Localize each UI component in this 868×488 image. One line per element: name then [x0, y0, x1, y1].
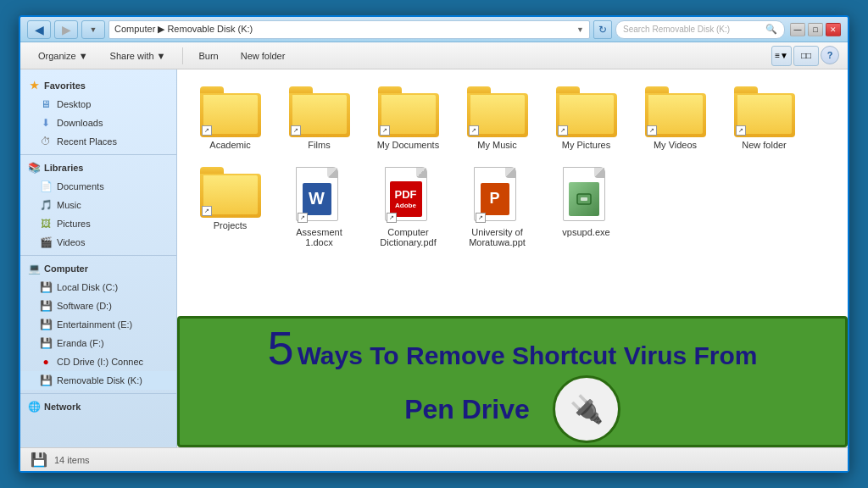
- minimize-button[interactable]: —: [790, 23, 805, 36]
- file-label: New folder: [742, 140, 787, 150]
- computer-section: 💻 Computer 💾 Local Disk (C:) 💾 Software …: [20, 259, 176, 390]
- file-label: My Music: [477, 140, 516, 150]
- sidebar-divider1: [20, 154, 176, 155]
- sidebar-item-pictures[interactable]: 🖼 Pictures: [20, 214, 176, 233]
- search-placeholder: Search Removable Disk (K:): [623, 25, 762, 34]
- sidebar-item-downloads[interactable]: ⬇ Downloads: [20, 114, 176, 132]
- sidebar-item-videos[interactable]: 🎬 Videos: [20, 233, 176, 252]
- file-label: Projects: [214, 220, 248, 230]
- file-item-projects[interactable]: ↗ Projects: [190, 163, 270, 252]
- banner-content: 5 Ways To Remove Shortcut Virus From Pen…: [197, 320, 828, 443]
- local-disk-icon: 💾: [39, 280, 53, 294]
- sidebar-item-documents[interactable]: 📄 Documents: [20, 177, 176, 196]
- sidebar-item-software[interactable]: 💾 Software (D:): [20, 297, 176, 315]
- sidebar-item-entertainment[interactable]: 💾 Entertainment (E:): [20, 315, 176, 334]
- sidebar-item-label: Local Disk (C:): [57, 282, 118, 292]
- folder-icon: ↗: [734, 86, 795, 137]
- file-item-newfolder[interactable]: ↗ New folder: [724, 82, 804, 154]
- sidebar-item-label: Desktop: [57, 99, 91, 109]
- file-item-myvideos[interactable]: ↗ My Videos: [635, 82, 715, 154]
- cd-drive-icon: ●: [39, 355, 53, 369]
- ppt-badge: P: [481, 183, 509, 215]
- file-item-ppt[interactable]: P ↗ University of Moratuwa.ppt: [457, 163, 537, 252]
- shortcut-arrow: ↗: [736, 125, 746, 136]
- sidebar-item-label: Removable Disk (K:): [57, 375, 142, 385]
- sidebar-item-cd-drive[interactable]: ● CD Drive (I:) Connec: [20, 352, 176, 371]
- view-list-button[interactable]: □□: [793, 46, 819, 66]
- shortcut-arrow: ↗: [202, 125, 212, 136]
- sidebar-item-removable[interactable]: 💾 Removable Disk (K:): [20, 371, 176, 390]
- banner-number: 5: [267, 320, 293, 375]
- pdf-badge: PDF Adobe: [390, 181, 422, 217]
- maximize-button[interactable]: □: [808, 23, 823, 36]
- sidebar-item-desktop[interactable]: 🖥 Desktop: [20, 95, 176, 114]
- favorites-star-icon: ★: [27, 79, 41, 92]
- shortcut-arrow: ↗: [469, 125, 479, 136]
- address-dropdown-icon[interactable]: ▼: [576, 25, 584, 34]
- up-button[interactable]: ▼: [81, 20, 105, 39]
- libraries-label: Libraries: [44, 163, 83, 173]
- file-item-mymusic[interactable]: ↗ My Music: [457, 82, 537, 154]
- banner-text-block: 5 Ways To Remove Shortcut Virus From Pen…: [267, 320, 757, 443]
- svg-rect-1: [581, 197, 587, 201]
- status-bar: 💾 14 items: [20, 447, 848, 471]
- status-disk-icon: 💾: [31, 452, 47, 468]
- file-item-mydocs[interactable]: ↗ My Documents: [368, 82, 448, 154]
- exe-file-icon: [563, 167, 610, 225]
- new-folder-button[interactable]: New folder: [231, 46, 295, 66]
- search-bar[interactable]: Search Removable Disk (K:) 🔍: [615, 20, 785, 39]
- usb-icon-circle: 🔌: [553, 375, 620, 443]
- overlay-banner: 5 Ways To Remove Shortcut Virus From Pen…: [177, 316, 848, 447]
- sidebar-item-local-disk[interactable]: 💾 Local Disk (C:): [20, 278, 176, 297]
- folder-icon: ↗: [200, 167, 261, 218]
- shortcut-arrow: ↗: [476, 213, 486, 223]
- sidebar-divider2: [20, 255, 176, 256]
- libraries-section: 📚 Libraries 📄 Documents 🎵 Music 🖼 Pictur…: [20, 158, 176, 252]
- burn-button[interactable]: Burn: [190, 46, 228, 66]
- file-area: ↗ Academic ↗ Films: [177, 69, 848, 447]
- folder-icon: ↗: [645, 86, 706, 137]
- window-controls: — □ ✕: [790, 23, 841, 36]
- file-label: My Pictures: [562, 140, 610, 150]
- file-label: My Videos: [654, 140, 697, 150]
- sidebar-item-label: Entertainment (E:): [57, 319, 132, 330]
- sidebar-item-label: Downloads: [57, 118, 103, 128]
- sidebar-item-recent[interactable]: ⏱ Recent Places: [20, 132, 176, 151]
- videos-icon: 🎬: [39, 236, 53, 249]
- word-file-icon: W ↗: [296, 167, 343, 225]
- sidebar-item-label: Software (D:): [57, 301, 112, 311]
- libraries-header: 📚 Libraries: [20, 158, 176, 177]
- shortcut-arrow: ↗: [291, 125, 301, 136]
- ppt-file-icon: P ↗: [474, 167, 521, 225]
- sidebar-item-label: Music: [57, 200, 81, 210]
- file-item-academic[interactable]: ↗ Academic: [190, 82, 270, 154]
- nav-area: ◀ ▶ ▼ Computer ▶ Removable Disk (K:) ▼ ↻…: [27, 20, 785, 39]
- organize-button[interactable]: Organize ▼: [29, 46, 97, 66]
- toolbar-separator: [182, 47, 183, 64]
- help-button[interactable]: ?: [821, 46, 839, 64]
- toolbar: Organize ▼ Share with ▼ Burn New folder …: [20, 42, 848, 69]
- back-button[interactable]: ◀: [27, 20, 51, 39]
- file-item-assessment[interactable]: W ↗ Assesment 1.docx: [279, 163, 359, 252]
- file-item-mypictures[interactable]: ↗ My Pictures: [546, 82, 626, 154]
- file-item-films[interactable]: ↗ Films: [279, 82, 359, 154]
- music-icon: 🎵: [39, 198, 53, 212]
- share-with-button[interactable]: Share with ▼: [101, 46, 175, 66]
- banner-ways-text: Ways To Remove Shortcut Virus From: [298, 341, 758, 370]
- address-bar[interactable]: Computer ▶ Removable Disk (K:) ▼: [108, 20, 590, 39]
- close-button[interactable]: ✕: [826, 23, 841, 36]
- sidebar-item-music[interactable]: 🎵 Music: [20, 196, 176, 214]
- refresh-button[interactable]: ↻: [593, 20, 612, 39]
- sidebar-item-label: Recent Places: [57, 136, 117, 147]
- file-label: Films: [308, 140, 330, 150]
- folder-icon: ↗: [378, 86, 439, 137]
- shortcut-arrow: ↗: [387, 213, 397, 223]
- shortcut-arrow: ↗: [202, 206, 212, 216]
- file-item-exe[interactable]: vpsupd.exe: [546, 163, 626, 252]
- title-bar: ◀ ▶ ▼ Computer ▶ Removable Disk (K:) ▼ ↻…: [20, 17, 848, 42]
- network-label: Network: [44, 402, 81, 412]
- view-toggle-button[interactable]: ≡▼: [771, 46, 792, 66]
- forward-button[interactable]: ▶: [54, 20, 78, 39]
- file-item-dictionary[interactable]: PDF Adobe ↗ Computer Dictionary.pdf: [368, 163, 448, 252]
- sidebar-item-eranda[interactable]: 💾 Eranda (F:): [20, 334, 176, 352]
